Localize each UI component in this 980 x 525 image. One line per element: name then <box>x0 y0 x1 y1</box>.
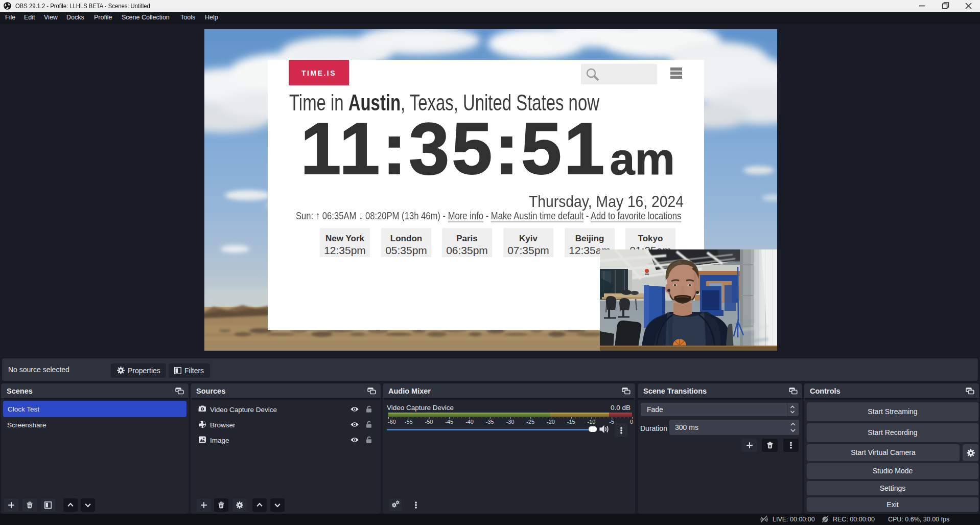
svg-text:-20: -20 <box>547 419 555 425</box>
svg-text:-10: -10 <box>588 419 596 425</box>
svg-text:-50: -50 <box>425 419 433 425</box>
svg-text:-40: -40 <box>465 419 474 425</box>
svg-text:0: 0 <box>630 419 633 425</box>
svg-text:-30: -30 <box>506 419 515 425</box>
svg-text:-60: -60 <box>388 419 396 425</box>
svg-text:-5: -5 <box>609 419 614 425</box>
svg-text:-25: -25 <box>526 419 534 425</box>
svg-text:-35: -35 <box>486 419 494 425</box>
svg-text:-15: -15 <box>567 419 575 425</box>
svg-text:-45: -45 <box>445 419 453 425</box>
svg-text:-55: -55 <box>405 419 413 425</box>
